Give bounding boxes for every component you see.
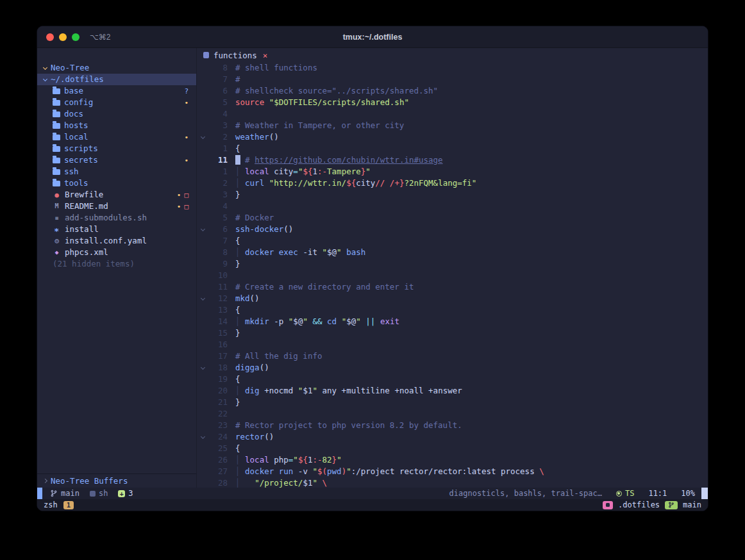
code-text: ssh-docker()	[228, 224, 293, 235]
fold-chevron-icon[interactable]	[197, 436, 208, 438]
line-number: 27	[208, 466, 228, 477]
code-line[interactable]: 8# shell functions	[197, 62, 708, 74]
tree-item-README.md[interactable]: README.md•□	[37, 201, 196, 212]
neotree-header[interactable]: Neo-Tree	[37, 62, 196, 74]
git-status-marks: •□	[177, 192, 188, 199]
titlebar[interactable]: ⌥⌘2 tmux:~/.dotfiles	[37, 26, 708, 48]
code-line[interactable]: 17# All the dig info	[197, 350, 708, 362]
tree-item-scripts[interactable]: scripts	[37, 143, 196, 154]
tree-item-local[interactable]: local•	[37, 131, 196, 143]
tree-item-docs[interactable]: docs	[37, 108, 196, 120]
code-line[interactable]: 24rector()	[197, 431, 708, 443]
tree-item-config[interactable]: config•	[37, 97, 196, 108]
tree-item-install[interactable]: install	[37, 224, 196, 235]
tab-label: functions	[213, 51, 257, 60]
code-line[interactable]: 22	[197, 408, 708, 420]
code-line[interactable]: 5source "$DOTFILES/scripts/shared.sh"	[197, 97, 708, 108]
code-text: # shell functions	[228, 62, 317, 74]
code-text: {	[228, 235, 240, 247]
tmux-git-branch-icon	[665, 501, 678, 509]
code-line-current[interactable]: 11 # https://github.com/chubin/wttr.in#u…	[197, 154, 708, 166]
git-status-mark: □	[184, 192, 188, 199]
git-status-marks: •	[184, 99, 188, 106]
statusline-right: diagnosticls, bashls, trail-spac… TS 11:…	[449, 489, 701, 498]
fold-chevron-icon[interactable]	[197, 136, 208, 138]
code-line[interactable]: 25{	[197, 443, 708, 454]
fold-chevron-icon[interactable]	[197, 229, 208, 231]
code-line[interactable]: 4	[197, 201, 708, 212]
code-line[interactable]: 21}	[197, 397, 708, 408]
tree-item-ssh[interactable]: ssh	[37, 166, 196, 177]
code-line[interactable]: 1│ local city="${1:-Tampere}"	[197, 166, 708, 177]
code-line[interactable]: 1{	[197, 143, 708, 154]
git-status-mark: •	[184, 99, 188, 106]
tree-item-Brewfile[interactable]: Brewfile•□	[37, 189, 196, 201]
code-text: rector()	[228, 431, 274, 443]
code-line[interactable]: 20│ dig +nocmd "$1" any +multiline +noal…	[197, 385, 708, 397]
code-line[interactable]: 9}	[197, 258, 708, 270]
line-number: 11	[208, 154, 228, 166]
cursor	[235, 155, 240, 165]
chevron-right-icon	[43, 479, 47, 483]
tree-item-phpcs.xml[interactable]: phpcs.xml	[37, 247, 196, 258]
code-line[interactable]: 3}	[197, 189, 708, 201]
tree-item-secrets[interactable]: secrets•	[37, 154, 196, 166]
code-line[interactable]: 8│ docker exec -it "$@" bash	[197, 247, 708, 258]
code-line[interactable]: 27│ docker run -v "$(pwd)":/project rect…	[197, 466, 708, 477]
code-line[interactable]: 12mkd()	[197, 293, 708, 304]
close-icon[interactable]: ×	[263, 51, 268, 60]
tree-item-label: Brewfile	[65, 189, 103, 201]
code-line[interactable]: 18digga()	[197, 362, 708, 374]
traffic-light-zoom[interactable]	[72, 33, 80, 41]
tmux-window-zsh[interactable]: zsh 1	[44, 500, 74, 509]
line-number: 4	[208, 108, 228, 120]
code-text: # Weather in Tampere, or other city	[228, 120, 404, 131]
code-line[interactable]: 26│ local php="${1:-82}"	[197, 454, 708, 466]
tree-item-add-submodules.sh[interactable]: add-submodules.sh	[37, 212, 196, 224]
fold-chevron-icon[interactable]	[197, 367, 208, 369]
chevron-down-icon	[43, 65, 47, 69]
tree-root-item[interactable]: ~/.dotfiles	[37, 74, 196, 85]
code-line[interactable]: 13{	[197, 304, 708, 316]
code-line[interactable]: 14│ mkdir -p "$@" && cd "$@" || exit	[197, 316, 708, 327]
line-number: 20	[208, 385, 228, 397]
tree-item-label: README.md	[65, 201, 108, 212]
tree-item-tools[interactable]: tools	[37, 177, 196, 189]
code-line[interactable]: 15}	[197, 327, 708, 339]
tmux-window-index-badge: 1	[63, 501, 74, 509]
code-line[interactable]: 4	[197, 108, 708, 120]
code-lines[interactable]: 8# shell functions7#6# shellcheck source…	[197, 62, 708, 488]
tree-item-label: add-submodules.sh	[65, 212, 147, 224]
tab-functions[interactable]: functions ×	[203, 51, 267, 60]
folder-icon	[53, 181, 60, 186]
neotree-buffers-title: Neo-Tree Buffers	[51, 475, 128, 487]
line-number: 3	[208, 189, 228, 201]
tree-item-hosts[interactable]: hosts	[37, 120, 196, 131]
code-line[interactable]: 7{	[197, 235, 708, 247]
code-text: # shellcheck source="../scripts/shared.s…	[228, 85, 438, 97]
code-line[interactable]: 23# Rector project to php version 8.2 by…	[197, 420, 708, 431]
tree-item-base[interactable]: base?	[37, 85, 196, 97]
code-line[interactable]: 7#	[197, 74, 708, 85]
code-line[interactable]: 2weather()	[197, 131, 708, 143]
line-number: 21	[208, 397, 228, 408]
code-line[interactable]: 3# Weather in Tampere, or other city	[197, 120, 708, 131]
traffic-light-close[interactable]	[46, 33, 54, 41]
code-text: weather()	[228, 131, 279, 143]
neotree-buffers-section[interactable]: Neo-Tree Buffers	[37, 474, 196, 488]
code-line[interactable]: 10	[197, 270, 708, 281]
code-line[interactable]: 11# Create a new directory and enter it	[197, 281, 708, 293]
code-line[interactable]: 2│ curl "http://wttr.in/${city// /+}?2nF…	[197, 177, 708, 189]
code-line[interactable]: 28│ "/project/$1" \	[197, 477, 708, 488]
tabline: functions ×	[197, 48, 708, 62]
code-line[interactable]: 6# shellcheck source="../scripts/shared.…	[197, 85, 708, 97]
code-line[interactable]: 5# Docker	[197, 212, 708, 224]
gear-icon	[53, 237, 61, 245]
fold-chevron-icon[interactable]	[197, 298, 208, 300]
traffic-light-minimize[interactable]	[59, 33, 67, 41]
code-line[interactable]: 16	[197, 339, 708, 350]
code-line[interactable]: 19{	[197, 374, 708, 385]
code-text: {	[228, 374, 240, 385]
code-line[interactable]: 6ssh-docker()	[197, 224, 708, 235]
tree-item-install.conf.yaml[interactable]: install.conf.yaml	[37, 235, 196, 247]
